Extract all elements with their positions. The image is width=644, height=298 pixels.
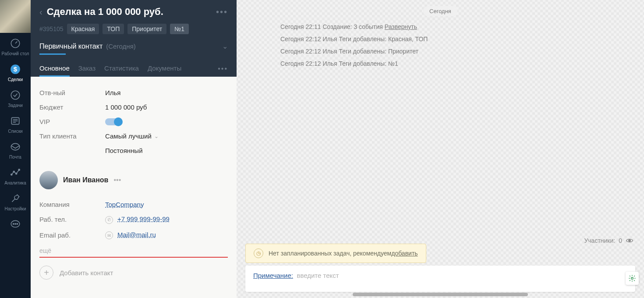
field-label: Email раб. [39,231,105,239]
tab-docs[interactable]: Документы [148,61,181,77]
svg-point-9 [18,169,20,170]
field-company: Компания TopCompany [39,197,228,212]
stage-underline [39,53,66,55]
field-phone: Раб. тел. ✆+7 999 999-99-99 [39,212,228,227]
vip-toggle[interactable] [105,118,121,125]
deal-body: Отв-ный Илья Бюджет 1 000 000 руб VIP Ти… [31,77,237,298]
tab-main[interactable]: Основное [39,61,70,77]
feed-scroll[interactable]: Сегодня Сегодня 22:11 Создание: 3 событи… [237,0,644,244]
nav-mail[interactable]: Почта [0,136,31,162]
field-label: Раб. тел. [39,216,105,223]
email-value-wrap: ✉Mail@mail.ru [105,231,156,240]
add-contact-label: Добавить контакт [60,269,113,277]
field-label: Компания [39,201,105,208]
wrench-icon [9,192,21,205]
svg-text:$: $ [14,65,18,73]
client-type-dropdown[interactable]: Самый лучший ⌄ [105,132,159,140]
nav-label: Списки [8,129,22,134]
svg-point-15 [631,277,633,280]
task-banner-text: Нет запланированных задач, рекомендуем [269,250,391,257]
contact-more-icon[interactable]: ••• [113,176,121,184]
note-input[interactable]: Примечание: введите текст [245,266,635,292]
feed-event: Сегодня 22:12 Илья Теги добавлены: Красн… [280,33,635,45]
tag-red[interactable]: Красная [67,24,99,34]
nav-deals[interactable]: $ Сделки [0,59,31,85]
nav-chat[interactable] [0,214,31,235]
note-label: Примечание: [253,272,293,279]
chevron-down-icon: ⌄ [154,133,159,139]
toggle-knob [114,117,123,126]
nav-label: Аналитика [4,181,26,185]
nav-label: Рабочий стол [2,51,29,56]
deal-header: ‹ Сделка на 1 000 000 руб. ••• #395105 К… [31,0,237,77]
back-chevron-icon[interactable]: ‹ [39,7,42,17]
tabs-more-icon[interactable]: ••• [218,65,228,73]
avatar[interactable] [39,171,58,189]
deal-more-icon[interactable]: ••• [216,7,228,17]
field-label: Бюджет [39,103,105,111]
field-email: Email раб. ✉Mail@mail.ru [39,227,228,243]
deal-tabs: Основное Заказ Статистика Документы ••• [39,61,228,77]
svg-point-7 [13,171,14,172]
svg-point-6 [11,174,12,175]
clock-icon: ◷ [254,248,263,258]
expand-link[interactable]: Развернуть [385,23,417,30]
svg-point-13 [17,224,18,224]
horizontal-scrollbar[interactable] [353,293,528,296]
deal-title[interactable]: Сделка на 1 000 000 руб. [47,6,212,18]
mail-icon[interactable]: ✉ [105,231,113,239]
field-client-type: Тип клиента Самый лучший ⌄ [39,129,228,143]
task-banner: ◷ Нет запланированных задач, рекомендуем… [245,244,426,263]
tag-top[interactable]: ТОП [103,24,124,34]
contact-name[interactable]: Иван Иванов [63,176,108,184]
tab-order[interactable]: Заказ [78,61,96,77]
nav-lists[interactable]: Списки [0,110,31,136]
svg-point-12 [15,224,16,224]
add-contact-button[interactable]: + Добавить контакт [39,258,228,280]
gear-icon [628,274,636,282]
activity-feed: Сегодня Сегодня 22:11 Создание: 3 событи… [237,0,644,298]
stage-note: (Сегодня) [106,43,135,50]
gauge-icon [9,37,21,50]
tag-n1[interactable]: №1 [170,24,189,34]
note-placeholder: введите текст [297,272,339,279]
participants-count[interactable]: Участники: 0 [584,237,633,245]
field-value[interactable]: Илья [105,89,120,96]
nav-settings[interactable]: Настройки [0,188,31,214]
field-value[interactable]: Постоянный [105,147,143,154]
phone-icon[interactable]: ✆ [105,216,113,224]
nav-label: Настройки [4,206,26,211]
phone-value-wrap: ✆+7 999 999-99-99 [105,215,170,224]
field-label: VIP [39,118,105,125]
deals-icon: $ [9,63,21,75]
company-link[interactable]: TopCompany [105,201,144,208]
mail-nav-icon [9,141,21,153]
field-budget: Бюджет 1 000 000 руб [39,100,228,114]
eye-icon [626,237,633,245]
add-task-link[interactable]: добавить [391,250,418,257]
nav-dashboard[interactable]: Рабочий стол [0,33,31,59]
nav-label: Сделки [8,77,23,82]
feed-event: Сегодня 22:12 Илья Теги добавлены: №1 [280,57,635,70]
field-value[interactable]: 1 000 000 руб [105,103,147,111]
svg-point-8 [16,173,17,174]
field-responsible: Отв-ный Илья [39,85,228,100]
check-icon [9,89,21,101]
analytics-icon [9,167,21,179]
tag-priority[interactable]: Приоритет [127,24,166,34]
nav-tasks[interactable]: Задачи [0,85,31,110]
tab-stats[interactable]: Статистика [104,61,139,77]
contact-more-link[interactable]: ещё [39,247,228,254]
phone-link[interactable]: +7 999 999-99-99 [117,215,170,223]
app-root: Рабочий стол $ Сделки Задачи Списки Почт… [0,0,644,298]
svg-point-3 [11,91,20,99]
feed-event: Сегодня 22:12 Илья Теги добавлены: Приор… [280,45,635,57]
nav-label: Почта [9,155,21,160]
email-link[interactable]: Mail@mail.ru [117,231,156,238]
settings-float-button[interactable] [626,272,639,285]
svg-point-14 [629,240,631,242]
stage-selector[interactable]: Первичный контакт (Сегодня) ⌄ [39,42,228,55]
nav-thumbnail [0,0,31,33]
field-label: Тип клиента [39,132,105,140]
nav-analytics[interactable]: Аналитика [0,162,31,188]
